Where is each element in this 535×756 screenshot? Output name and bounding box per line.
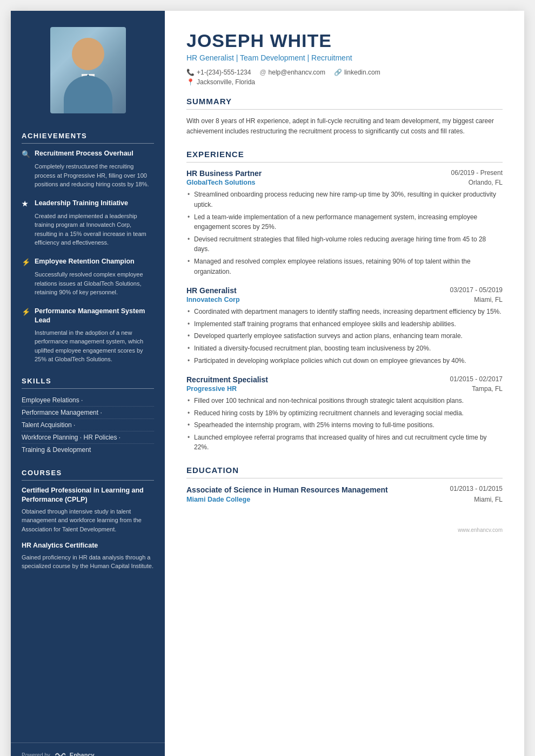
summary-heading: SUMMARY: [186, 97, 503, 110]
job-3-bullet-1: Filled over 100 technical and non-techni…: [186, 396, 503, 406]
achievement-title-4: ⚡ Performance Management System Lead: [22, 307, 154, 326]
enhancv-brand: Enhancv: [70, 752, 95, 756]
achievement-desc-2: Created and implemented a leadership tra…: [22, 212, 154, 247]
location-icon: 📍: [186, 78, 195, 86]
achievement-item-1: 🔍 Recruitment Process Overhaul Completel…: [22, 149, 154, 189]
education-section: EDUCATION Associate of Science in Human …: [186, 465, 503, 503]
job-2-header: HR Generalist 03/2017 - 05/2019: [186, 286, 503, 295]
job-2-location: Miami, FL: [474, 296, 503, 303]
experience-section: EXPERIENCE HR Business Partner 06/2019 -…: [186, 150, 503, 453]
photo-area: [11, 11, 165, 119]
achievement-desc-4: Instrumental in the adoption of a new pe…: [22, 328, 154, 364]
achievement-icon-1: 🔍: [22, 150, 30, 159]
edu-1-school-row: Miami Dade College Miami, FL: [186, 496, 503, 503]
powered-by-label: Powered by: [22, 752, 50, 757]
course-item-1: Certified Professional in Learning and P…: [22, 486, 154, 534]
email-icon: @: [259, 69, 266, 76]
job-2-company-row: Innovatech Corp Miami, FL: [186, 296, 503, 303]
achievement-item-3: ⚡ Employee Retention Champion Successful…: [22, 257, 154, 297]
skill-item-1: Employee Relations ·: [22, 394, 154, 407]
footer-website: www.enhancv.com: [458, 527, 503, 533]
job-3-bullets: Filled over 100 technical and non-techni…: [186, 396, 503, 453]
phone-icon: 📞: [186, 69, 195, 76]
sidebar-footer: Powered by Enhancv: [11, 742, 165, 756]
email-contact: @ help@enhancv.com: [259, 69, 325, 76]
job-2-bullet-3: Developed quarterly employee satisfactio…: [186, 331, 503, 341]
job-3-dates: 01/2015 - 02/2017: [450, 375, 503, 383]
achievement-desc-3: Successfully resolved complex employee r…: [22, 270, 154, 297]
skills-title: SKILLS: [22, 377, 154, 389]
job-2-bullet-1: Coordinated with department managers to …: [186, 307, 503, 317]
achievement-icon-2: ★: [22, 199, 30, 209]
course-desc-1: Obtained through intensive study in tale…: [22, 507, 154, 534]
edu-1-header: Associate of Science in Human Resources …: [186, 485, 503, 496]
achievement-icon-4: ⚡: [22, 307, 30, 317]
job-3-bullet-3: Spearheaded the internship program, with…: [186, 420, 503, 430]
achievement-desc-1: Completely restructured the recruiting p…: [22, 162, 154, 189]
job-3-company: Progressive HR: [186, 385, 237, 393]
job-2-company: Innovatech Corp: [186, 296, 240, 303]
job-1-company-row: GlobalTech Solutions Orlando, FL: [186, 179, 503, 186]
main-content: JOSEPH WHITE HR Generalist | Team Develo…: [165, 11, 524, 756]
skill-item-5: Training & Development: [22, 444, 154, 456]
achievements-title: ACHIEVEMENTS: [22, 132, 154, 144]
job-2-bullet-5: Participated in developing workplace pol…: [186, 356, 503, 366]
job-3-bullet-2: Reduced hiring costs by 18% by optimizin…: [186, 408, 503, 418]
location-value: Jacksonville, Florida: [197, 78, 255, 86]
candidate-title: HR Generalist | Team Development | Recru…: [186, 53, 503, 62]
job-1-title: HR Business Partner: [186, 169, 262, 178]
summary-section: SUMMARY With over 8 years of HR experien…: [186, 97, 503, 137]
course-item-2: HR Analytics Certificate Gained proficie…: [22, 541, 154, 571]
phone-contact: 📞 +1-(234)-555-1234: [186, 69, 251, 76]
job-1: HR Business Partner 06/2019 - Present Gl…: [186, 169, 503, 276]
job-2: HR Generalist 03/2017 - 05/2019 Innovate…: [186, 286, 503, 366]
education-heading: EDUCATION: [186, 465, 503, 478]
phone-value: +1-(234)-555-1234: [197, 69, 251, 76]
job-3-header: Recruitment Specialist 01/2015 - 02/2017: [186, 375, 503, 384]
job-2-bullet-2: Implemented staff training programs that…: [186, 319, 503, 329]
job-1-dates: 06/2019 - Present: [451, 169, 503, 177]
edu-1-school: Miami Dade College: [186, 496, 250, 503]
job-2-dates: 03/2017 - 05/2019: [450, 286, 503, 294]
website-contact: 🔗 linkedin.com: [334, 69, 380, 76]
job-3-title: Recruitment Specialist: [186, 375, 268, 384]
skill-item-2: Performance Management ·: [22, 407, 154, 419]
email-value: help@enhancv.com: [269, 69, 325, 76]
job-1-bullet-4: Managed and resolved complex employee re…: [186, 256, 503, 276]
achievement-title-2: ★ Leadership Training Initiative: [22, 199, 154, 209]
job-1-location: Orlando, FL: [469, 179, 503, 186]
achievement-title-1: 🔍 Recruitment Process Overhaul: [22, 149, 154, 159]
edu-1-degree: Associate of Science in Human Resources …: [186, 485, 388, 496]
job-3-bullet-4: Launched employee referral programs that…: [186, 433, 503, 453]
job-2-title: HR Generalist: [186, 286, 237, 295]
skill-item-3: Talent Acquisition ·: [22, 419, 154, 431]
job-1-company: GlobalTech Solutions: [186, 179, 256, 186]
job-3-location: Tampa, FL: [472, 385, 503, 393]
achievement-item-4: ⚡ Performance Management System Lead Ins…: [22, 307, 154, 364]
edu-item-1: Associate of Science in Human Resources …: [186, 485, 503, 503]
resume-container: ACHIEVEMENTS 🔍 Recruitment Process Overh…: [11, 11, 524, 756]
job-3-company-row: Progressive HR Tampa, FL: [186, 385, 503, 393]
job-1-header: HR Business Partner 06/2019 - Present: [186, 169, 503, 178]
job-2-bullet-4: Initiated a diversity-focused recruitmen…: [186, 343, 503, 354]
courses-section: COURSES Certified Professional in Learni…: [22, 469, 154, 571]
courses-title: COURSES: [22, 469, 154, 481]
achievement-title-3: ⚡ Employee Retention Champion: [22, 257, 154, 267]
course-title-1: Certified Professional in Learning and P…: [22, 486, 154, 505]
skills-section: SKILLS Employee Relations · Performance …: [22, 377, 154, 456]
location-info: 📍 Jacksonville, Florida: [186, 78, 503, 86]
achievements-section: ACHIEVEMENTS 🔍 Recruitment Process Overh…: [22, 132, 154, 364]
website-value: linkedin.com: [344, 69, 380, 76]
job-3: Recruitment Specialist 01/2015 - 02/2017…: [186, 375, 503, 453]
job-2-bullets: Coordinated with department managers to …: [186, 307, 503, 366]
edu-1-dates: 01/2013 - 01/2015: [450, 485, 503, 496]
experience-heading: EXPERIENCE: [186, 150, 503, 163]
job-1-bullet-3: Devised recruitment strategies that fill…: [186, 234, 503, 254]
edu-1-location: Miami, FL: [474, 496, 503, 503]
link-icon: 🔗: [334, 69, 342, 76]
achievement-icon-3: ⚡: [22, 258, 30, 267]
sidebar: ACHIEVEMENTS 🔍 Recruitment Process Overh…: [11, 11, 165, 756]
enhancv-logo-icon: [55, 752, 65, 756]
contact-info: 📞 +1-(234)-555-1234 @ help@enhancv.com 🔗…: [186, 69, 503, 76]
achievement-item-2: ★ Leadership Training Initiative Created…: [22, 199, 154, 247]
